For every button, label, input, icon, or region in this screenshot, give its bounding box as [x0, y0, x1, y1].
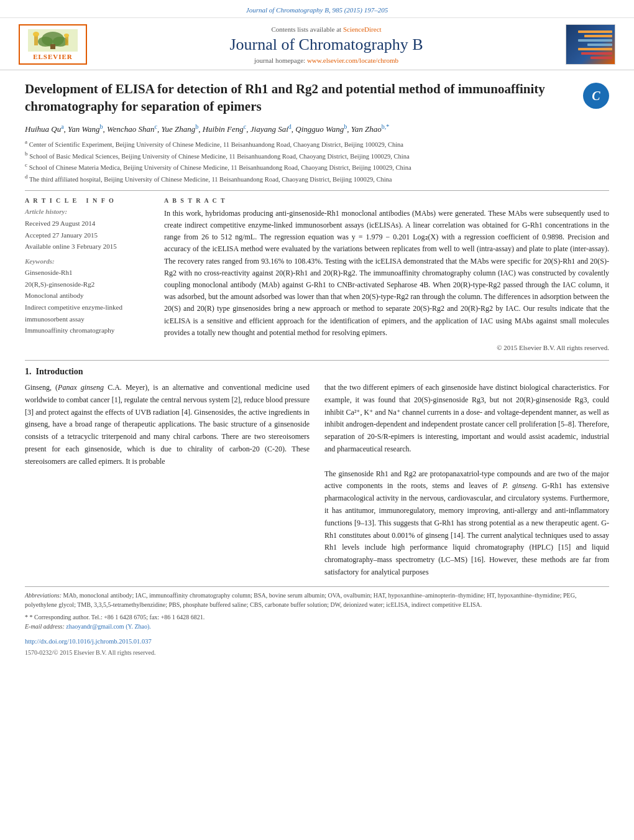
elsevier-logo-image [28, 29, 78, 52]
sciencedirect-link[interactable]: ScienceDirect [343, 25, 382, 33]
cover-line-3 [578, 39, 612, 42]
author-yue: Yue Zhang [161, 124, 195, 134]
corresponding-star: * [25, 614, 30, 621]
svg-text:C: C [592, 89, 600, 103]
author-jiayang: Jiayang Sai [250, 124, 288, 134]
accepted-date: Accepted 27 January 2015 [25, 229, 149, 241]
keywords-label: Keywords: [25, 257, 149, 265]
journal-cover-box [566, 24, 615, 65]
keyword-4: Indirect competitive enzyme-linked [25, 302, 149, 313]
keywords-list: Ginsenoside-Rh1 20(R,S)-ginsenoside-Rg2 … [25, 267, 149, 336]
contents-line: Contents lists available at ScienceDirec… [87, 25, 566, 33]
keyword-5: Immunoaffinity chromatography [25, 325, 149, 336]
journal-top-link: Journal of Chromatography B, 985 (2015) … [246, 6, 388, 14]
corresponding-label: * Corresponding author. [30, 614, 90, 621]
affil-d: d The third affiliated hospital, Beijing… [25, 173, 609, 184]
author-huihua: Huihua Qu [25, 124, 61, 134]
affiliations: a Center of Scientific Experiment, Beiji… [25, 138, 609, 184]
elsevier-header: ELSEVIER Contents lists available at Sci… [0, 18, 634, 70]
cover-line-4 [587, 44, 612, 46]
svg-point-8 [64, 34, 69, 37]
left-column: A R T I C L E I N F O Article history: R… [25, 197, 149, 351]
keyword-1: Ginsenoside-Rh1 [25, 267, 149, 279]
article-history-label: Article history: [25, 208, 149, 215]
header-center: Contents lists available at ScienceDirec… [87, 25, 566, 64]
abstract-section-label: A B S T R A C T [164, 197, 609, 204]
elsevier-logo: ELSEVIER [19, 24, 87, 65]
corresponding-tel: Tel.: +86 1 6428 6705; fax: +86 1 6428 6… [91, 614, 205, 621]
title-area: C Development of ELISA for detection of … [25, 80, 609, 116]
intro-left: Ginseng, (Panax ginseng C.A. Meyer), is … [25, 382, 310, 579]
corresponding-info: * * Corresponding author. Tel.: +86 1 64… [25, 612, 609, 622]
keyword-4b: immunosorbent assay [25, 313, 149, 325]
cover-line-2 [584, 35, 612, 37]
affil-a: a Center of Scientific Experiment, Beiji… [25, 138, 609, 149]
cover-line-1 [578, 30, 612, 33]
crossmark-badge: C [583, 83, 609, 109]
intro-columns: Ginseng, (Panax ginseng C.A. Meyer), is … [25, 382, 609, 579]
introduction-section: 1. Introduction Ginseng, (Panax ginseng … [25, 367, 609, 579]
journal-title-main: Journal of Chromatography B [87, 35, 566, 54]
footnotes: Abbreviations: MAb, monoclonal antibody;… [25, 586, 609, 658]
keyword-3: Monoclonal antibody [25, 290, 149, 302]
intro-section-title: 1. Introduction [25, 367, 609, 377]
doi-line[interactable]: http://dx.doi.org/10.1016/j.jchromb.2015… [25, 637, 609, 647]
affil-c: c School of Chinese Materia Medica, Beij… [25, 161, 609, 172]
author-yanwang: Yan Wang [68, 124, 99, 134]
author-yanz: Yan Zhao [351, 124, 382, 134]
footer-rights: 1570-0232/© 2015 Elsevier B.V. All right… [25, 648, 609, 658]
author-huibin: Huibin Feng [203, 124, 244, 134]
copyright-line: © 2015 Elsevier B.V. All rights reserved… [164, 344, 609, 351]
elsevier-text: ELSEVIER [33, 53, 73, 60]
divider-2 [25, 360, 609, 361]
available-date: Available online 3 February 2015 [25, 241, 149, 252]
intro-right: that the two different epimers of each g… [324, 382, 609, 579]
article-title: Development of ELISA for detection of Rh… [25, 80, 609, 116]
article-info-section-label: A R T I C L E I N F O [25, 197, 149, 204]
received-date: Received 29 August 2014 [25, 218, 149, 229]
journal-cover-lines [578, 30, 612, 59]
p-ginseng-italics: P. ginseng [502, 481, 535, 490]
abstract-text: In this work, hybridomas producing anti-… [164, 208, 609, 339]
abbrev-text: MAb, monoclonal antibody; IAC, immunoaff… [25, 592, 576, 609]
article-content: C Development of ELISA for detection of … [0, 70, 634, 667]
panax-italics: Panax ginseng [58, 383, 104, 392]
keyword-2: 20(R,S)-ginsenoside-Rg2 [25, 279, 149, 290]
page-wrapper: Journal of Chromatography B, 985 (2015) … [0, 0, 634, 840]
abbrev-label: Abbreviations: [25, 592, 63, 599]
email-info: E-mail address: zhaoyandr@gmail.com (Y. … [25, 622, 609, 632]
author-qingguo: Qingguo Wang [295, 124, 344, 134]
svg-rect-4 [50, 44, 55, 49]
authors-line: Huihua Qua, Yan Wangb, Wenchao Shanc, Yu… [25, 123, 609, 134]
cover-line-5 [578, 48, 612, 50]
journal-homepage: journal homepage: www.elsevier.com/locat… [87, 57, 566, 64]
email-value: zhaoyandr@gmail.com (Y. Zhao). [66, 623, 150, 630]
affil-b: b School of Basic Medical Sciences, Beij… [25, 150, 609, 161]
svg-rect-7 [65, 37, 68, 45]
divider-1 [25, 190, 609, 191]
right-column: A B S T R A C T In this work, hybridomas… [164, 197, 609, 351]
top-header: Journal of Chromatography B, 985 (2015) … [0, 0, 634, 18]
cover-line-6 [581, 52, 612, 55]
svg-point-6 [33, 32, 39, 37]
author-wenchao: Wenchao Shan [107, 124, 154, 134]
cover-line-7 [590, 57, 612, 59]
journal-homepage-url[interactable]: www.elsevier.com/locate/chromb [307, 57, 398, 64]
article-body-columns: A R T I C L E I N F O Article history: R… [25, 197, 609, 351]
svg-rect-5 [34, 35, 38, 45]
article-dates: Received 29 August 2014 Accepted 27 Janu… [25, 218, 149, 252]
abbreviations: Abbreviations: MAb, monoclonal antibody;… [25, 591, 609, 610]
email-label: E-mail address: [25, 623, 65, 630]
